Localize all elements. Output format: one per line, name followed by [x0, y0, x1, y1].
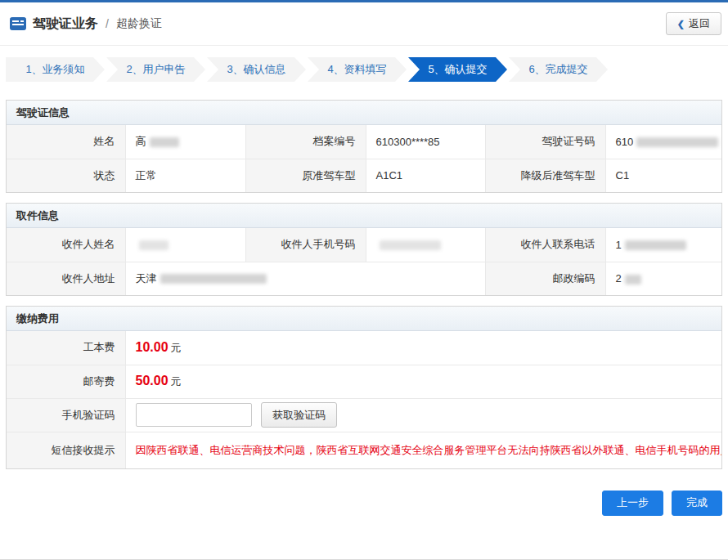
production-fee-amount: 10.00 — [136, 340, 169, 354]
step-confirm-info[interactable]: 3、确认信息 — [207, 57, 306, 82]
back-button-label: 返回 — [689, 16, 710, 31]
name-value: 高 — [125, 125, 245, 159]
previous-step-button[interactable]: 上一步 — [602, 491, 663, 516]
table-row: 工本费 10.00元 — [7, 331, 721, 365]
postal-code-label: 邮政编码 — [485, 262, 605, 295]
step-confirm-submit[interactable]: 5、确认提交 — [408, 57, 507, 82]
page: 驾驶证业务 / 超龄换证 ❮ 返回 1、业务须知 2、用户申告 3、确认信息 4… — [0, 0, 728, 560]
back-button[interactable]: ❮ 返回 — [666, 12, 721, 35]
step-fill-info[interactable]: 4、资料填写 — [308, 57, 407, 82]
section-fees-title: 缴纳费用 — [7, 307, 721, 331]
recipient-phone-label: 收件人联系电话 — [485, 228, 605, 262]
mailing-fee-unit: 元 — [171, 375, 182, 388]
mailing-fee-amount: 50.00 — [136, 374, 169, 388]
recipient-address-value: 天津 — [125, 262, 485, 295]
redacted-blur — [380, 240, 441, 250]
table-row: 姓名 高 档案编号 610300****85 驾驶证号码 610 — [7, 125, 721, 159]
sms-notice-text: 因陕西省联通、电信运营商技术问题，陕西省互联网交通安全综合服务管理平台无法向持陕… — [136, 432, 712, 468]
sms-code-label: 手机验证码 — [7, 398, 125, 432]
status-label: 状态 — [7, 159, 125, 192]
recipient-phone-value: 1 — [605, 228, 721, 262]
pickup-info-table: 收件人姓名 收件人手机号码 收件人联系电话 1 收件人地址 天津 邮政编码 2 — [7, 228, 721, 295]
recipient-name-value — [125, 228, 245, 262]
redacted-blur — [625, 275, 641, 284]
page-title: 驾驶证业务 — [33, 16, 98, 33]
production-fee-unit: 元 — [171, 342, 182, 354]
table-row: 收件人姓名 收件人手机号码 收件人联系电话 1 — [7, 228, 721, 262]
step-complete-submit[interactable]: 6、完成提交 — [509, 57, 608, 82]
mailing-fee-value: 50.00元 — [125, 365, 721, 398]
file-no-value: 610300****85 — [366, 125, 485, 159]
header: 驾驶证业务 / 超龄换证 ❮ 返回 — [0, 2, 728, 46]
license-no-label: 驾驶证号码 — [485, 125, 605, 159]
section-fees: 缴纳费用 工本费 10.00元 邮寄费 50.00元 手机验证码 获取验证码 — [6, 306, 722, 469]
section-pickup-info: 取件信息 收件人姓名 收件人手机号码 收件人联系电话 1 收件人地址 天津 邮政… — [6, 203, 722, 296]
recipient-mobile-value — [366, 228, 485, 262]
downgrade-type-label: 降级后准驾车型 — [485, 159, 605, 192]
redacted-blur — [139, 240, 169, 250]
status-value: 正常 — [125, 159, 245, 192]
table-row: 邮寄费 50.00元 — [7, 365, 721, 398]
section-pickup-info-title: 取件信息 — [7, 204, 721, 228]
get-sms-code-button[interactable]: 获取验证码 — [261, 402, 337, 428]
license-no-value: 610 — [605, 125, 721, 159]
recipient-mobile-label: 收件人手机号码 — [245, 228, 366, 262]
chevron-left-icon: ❮ — [677, 20, 685, 29]
redacted-blur — [160, 274, 267, 284]
mailing-fee-label: 邮寄费 — [7, 365, 125, 398]
orig-type-value: A1C1 — [366, 159, 485, 192]
downgrade-type-value: C1 — [605, 159, 721, 192]
table-row: 短信接收提示 因陕西省联通、电信运营商技术问题，陕西省互联网交通安全综合服务管理… — [7, 432, 721, 468]
license-card-icon — [10, 17, 26, 30]
fees-table: 工本费 10.00元 邮寄费 50.00元 手机验证码 获取验证码 短信接收提 — [7, 331, 721, 468]
section-license-info-title: 驾驶证信息 — [7, 101, 721, 125]
file-no-label: 档案编号 — [245, 125, 366, 159]
name-label: 姓名 — [7, 125, 125, 159]
sms-code-cell: 获取验证码 — [125, 398, 721, 432]
step-user-declaration[interactable]: 2、用户申告 — [106, 57, 205, 82]
step-business-notice[interactable]: 1、业务须知 — [6, 57, 105, 82]
table-row: 状态 正常 原准驾车型 A1C1 降级后准驾车型 C1 — [7, 159, 721, 192]
recipient-name-label: 收件人姓名 — [7, 228, 125, 262]
license-info-table: 姓名 高 档案编号 610300****85 驾驶证号码 610 状态 正常 原… — [7, 125, 721, 192]
footer-actions: 上一步 完成 — [6, 491, 722, 516]
finish-button[interactable]: 完成 — [672, 491, 722, 516]
redacted-blur — [150, 137, 179, 147]
sms-notice-cell: 因陕西省联通、电信运营商技术问题，陕西省互联网交通安全综合服务管理平台无法向持陕… — [125, 432, 721, 468]
breadcrumb-current: 超龄换证 — [116, 16, 162, 31]
sms-code-input[interactable] — [136, 403, 252, 427]
sms-notice-label: 短信接收提示 — [7, 432, 125, 468]
redacted-blur — [625, 240, 686, 250]
production-fee-label: 工本费 — [7, 331, 125, 365]
orig-type-label: 原准驾车型 — [245, 159, 366, 192]
postal-code-value: 2 — [605, 262, 721, 295]
breadcrumb: 驾驶证业务 / 超龄换证 — [10, 16, 162, 33]
section-license-info: 驾驶证信息 姓名 高 档案编号 610300****85 驾驶证号码 610 状… — [6, 100, 722, 193]
production-fee-value: 10.00元 — [125, 331, 721, 365]
breadcrumb-separator: / — [106, 17, 109, 30]
step-nav: 1、业务须知 2、用户申告 3、确认信息 4、资料填写 5、确认提交 6、完成提… — [6, 57, 722, 82]
table-row: 手机验证码 获取验证码 — [7, 398, 721, 432]
recipient-address-label: 收件人地址 — [7, 262, 125, 295]
redacted-blur — [636, 137, 718, 147]
table-row: 收件人地址 天津 邮政编码 2 — [7, 262, 721, 295]
